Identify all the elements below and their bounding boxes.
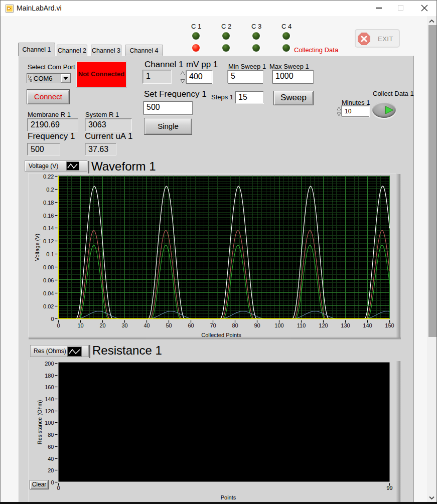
- svg-text:160: 160: [45, 384, 54, 390]
- svg-text:10: 10: [77, 322, 83, 328]
- svg-text:100: 100: [274, 322, 283, 328]
- svg-text:Voltage (V): Voltage (V): [34, 234, 40, 261]
- svg-text:130: 130: [341, 322, 350, 328]
- svg-text:0: 0: [57, 322, 60, 328]
- svg-text:0.22: 0.22: [43, 174, 54, 180]
- svg-text:0.2: 0.2: [46, 187, 54, 193]
- svg-text:0.14: 0.14: [43, 225, 54, 231]
- svg-text:Resistance (Ohm): Resistance (Ohm): [37, 400, 43, 445]
- svg-text:I: I: [28, 74, 29, 79]
- svg-text:0: 0: [51, 316, 54, 322]
- svg-text:99: 99: [386, 485, 392, 491]
- svg-text:0.1: 0.1: [46, 251, 54, 257]
- svg-text:120: 120: [45, 408, 54, 414]
- svg-text:20: 20: [48, 467, 54, 473]
- svg-text:0: 0: [30, 78, 33, 83]
- svg-text:50: 50: [166, 322, 172, 328]
- svg-text:0.08: 0.08: [43, 264, 54, 270]
- svg-text:0.16: 0.16: [43, 213, 54, 219]
- svg-text:40: 40: [48, 456, 54, 462]
- svg-text:0: 0: [57, 485, 60, 491]
- svg-text:150: 150: [385, 322, 394, 328]
- svg-text:180: 180: [45, 373, 54, 379]
- svg-text:0.02: 0.02: [43, 303, 54, 309]
- svg-text:100: 100: [45, 420, 54, 426]
- svg-text:60: 60: [188, 322, 194, 328]
- svg-text:20: 20: [99, 322, 105, 328]
- svg-text:0: 0: [51, 479, 54, 485]
- svg-text:200: 200: [45, 361, 54, 367]
- svg-text:60: 60: [48, 444, 54, 450]
- svg-text:70: 70: [210, 322, 216, 328]
- svg-text:120: 120: [319, 322, 328, 328]
- svg-text:40: 40: [143, 322, 150, 328]
- svg-text:140: 140: [363, 322, 372, 328]
- svg-text:0.12: 0.12: [43, 238, 54, 244]
- svg-text:30: 30: [121, 322, 127, 328]
- svg-text:80: 80: [232, 322, 238, 328]
- svg-text:Points: Points: [221, 494, 236, 500]
- svg-text:90: 90: [254, 322, 260, 328]
- svg-text:0.18: 0.18: [43, 200, 54, 206]
- svg-text:140: 140: [45, 396, 54, 402]
- svg-text:80: 80: [48, 432, 54, 438]
- svg-text:110: 110: [297, 322, 306, 328]
- svg-text:0.04: 0.04: [43, 290, 54, 296]
- svg-text:0.06: 0.06: [43, 277, 54, 283]
